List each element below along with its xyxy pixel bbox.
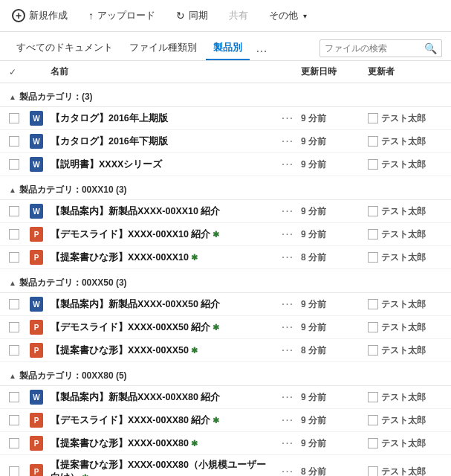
pin-icon: ✱ [191, 346, 198, 355]
doc-more-button[interactable]: ··· [274, 135, 301, 148]
word-icon: W [30, 390, 43, 405]
doc-more-button[interactable]: ··· [274, 158, 301, 171]
doc-more-button[interactable]: ··· [274, 414, 301, 427]
category-label: 製品カテゴリ：00XX50 (3) [19, 277, 127, 289]
row-check[interactable] [9, 466, 30, 476]
tab-all[interactable]: すべてのドキュメント [9, 36, 120, 60]
doc-more-button[interactable]: ··· [274, 228, 301, 241]
category-header-cat3[interactable]: ▲製品カテゴリ：00XX50 (3) [0, 271, 451, 293]
row-check[interactable] [9, 229, 30, 239]
doc-user: テスト太郎 [368, 205, 442, 218]
more-button[interactable]: その他 ▾ [266, 6, 310, 25]
row-check[interactable] [9, 159, 30, 170]
doc-more-button[interactable]: ··· [274, 321, 301, 334]
table-row[interactable]: P 【デモスライド】XXXX-00XX80 紹介✱ ··· 9 分前 テスト太郎 [0, 409, 451, 432]
table-row[interactable]: W 【説明書】XXXXシリーズ ··· 9 分前 テスト太郎 [0, 153, 451, 176]
ppt-icon: P [30, 343, 43, 358]
tab-product[interactable]: 製品別 [206, 36, 250, 60]
nav-more-button[interactable]: … [251, 37, 272, 60]
row-check[interactable] [9, 252, 30, 263]
checkbox[interactable] [9, 345, 19, 356]
table-header: ✓ 名前 更新日時 更新者 [0, 61, 451, 83]
doc-name: 【製品案内】新製品XXXX-00XX80 紹介 [51, 391, 274, 404]
share-button[interactable]: 共有 [226, 6, 251, 25]
doc-date: 8 分前 [301, 466, 368, 477]
doc-date: 9 分前 [301, 205, 368, 218]
row-check[interactable] [9, 299, 30, 309]
checkbox[interactable] [9, 252, 19, 263]
row-check[interactable] [9, 322, 30, 332]
upload-icon: ↑ [88, 10, 94, 22]
row-check[interactable] [9, 392, 30, 402]
doc-more-button[interactable]: ··· [274, 344, 301, 357]
row-check[interactable] [9, 438, 30, 448]
table-row[interactable]: P 【提案書ひな形】XXXX-00XX50✱ ··· 8 分前 テスト太郎 [0, 339, 451, 362]
table-row[interactable]: P 【デモスライド】XXXX-00XX50 紹介✱ ··· 9 分前 テスト太郎 [0, 316, 451, 339]
pin-icon: ✱ [191, 253, 198, 262]
table-row[interactable]: W 【製品案内】新製品XXXX-00XX80 紹介 ··· 9 分前 テスト太郎 [0, 386, 451, 409]
checkbox[interactable] [9, 438, 19, 448]
user-checkbox-icon [368, 322, 378, 332]
doc-more-button[interactable]: ··· [274, 437, 301, 450]
checkbox[interactable] [9, 299, 19, 309]
user-checkbox-icon [368, 415, 378, 425]
doc-more-button[interactable]: ··· [274, 205, 301, 218]
checkbox[interactable] [9, 229, 19, 239]
user-checkbox-icon [368, 206, 378, 216]
checkbox[interactable] [9, 136, 19, 147]
table-row[interactable]: P 【デモスライド】XXXX-00XX10 紹介✱ ··· 9 分前 テスト太郎 [0, 223, 451, 246]
checkbox[interactable] [9, 322, 19, 332]
doc-more-button[interactable]: ··· [274, 298, 301, 311]
doc-name: 【提案書ひな形】XXXX-00XX80✱ [51, 437, 274, 450]
new-button[interactable]: + 新規作成 [9, 6, 71, 25]
header-user[interactable]: 更新者 [368, 65, 442, 78]
doc-more-button[interactable]: ··· [274, 390, 301, 404]
table-row[interactable]: W 【カタログ】2016年上期版 ··· 9 分前 テスト太郎 [0, 107, 451, 130]
doc-date: 9 分前 [301, 391, 368, 404]
checkbox[interactable] [9, 415, 19, 425]
user-checkbox-icon [368, 299, 378, 309]
tab-filetype[interactable]: ファイル種類別 [122, 36, 204, 60]
row-check[interactable] [9, 345, 30, 356]
category-header-cat1[interactable]: ▲製品カテゴリ：(3) [0, 85, 451, 107]
doc-more-button[interactable]: ··· [274, 251, 301, 264]
table-row[interactable]: P 【提案書ひな形】XXXX-00XX80（小規模ユーザー向け）✱ ··· 8 … [0, 455, 451, 476]
row-check[interactable] [9, 415, 30, 425]
header-date[interactable]: 更新日時 [301, 65, 368, 78]
search-input[interactable] [325, 43, 421, 54]
user-name: テスト太郎 [381, 344, 426, 357]
row-check[interactable] [9, 113, 30, 123]
table-row[interactable]: P 【提案書ひな形】XXXX-00XX80✱ ··· 9 分前 テスト太郎 [0, 432, 451, 455]
category-header-cat4[interactable]: ▲製品カテゴリ：00XX80 (5) [0, 364, 451, 386]
user-checkbox-icon [368, 345, 378, 356]
table-row[interactable]: W 【製品案内】新製品XXXX-00XX10 紹介 ··· 9 分前 テスト太郎 [0, 200, 451, 223]
category-arrow-icon: ▲ [9, 93, 16, 101]
checkbox[interactable] [9, 392, 19, 402]
table-row[interactable]: P 【提案書ひな形】XXXX-00XX10✱ ··· 8 分前 テスト太郎 [0, 246, 451, 269]
check-icon: ✓ [9, 67, 16, 77]
checkbox[interactable] [9, 466, 19, 476]
checkbox[interactable] [9, 159, 19, 170]
checkbox[interactable] [9, 113, 19, 123]
table-row[interactable]: W 【製品案内】新製品XXXX-00XX50 紹介 ··· 9 分前 テスト太郎 [0, 293, 451, 316]
doc-more-button[interactable]: ··· [274, 112, 301, 125]
upload-button[interactable]: ↑ アップロード [85, 6, 158, 25]
sync-button[interactable]: ↻ 同期 [173, 6, 211, 25]
doc-more-button[interactable]: ··· [274, 465, 301, 476]
category-header-cat2[interactable]: ▲製品カテゴリ：00XX10 (3) [0, 178, 451, 200]
doc-type-icon: P [30, 413, 51, 428]
doc-user: テスト太郎 [368, 414, 442, 427]
sync-icon: ↻ [176, 10, 185, 22]
doc-user: テスト太郎 [368, 391, 442, 404]
row-check[interactable] [9, 206, 30, 216]
row-check[interactable] [9, 136, 30, 147]
user-name: テスト太郎 [381, 321, 426, 334]
doc-date: 9 分前 [301, 437, 368, 450]
doc-user: テスト太郎 [368, 158, 442, 171]
user-checkbox-icon [368, 438, 378, 448]
checkbox[interactable] [9, 206, 19, 216]
new-label: 新規作成 [29, 9, 68, 22]
header-name[interactable]: 名前 [51, 65, 274, 78]
table-row[interactable]: W 【カタログ】2016年下期版 ··· 9 分前 テスト太郎 [0, 130, 451, 153]
doc-name: 【提案書ひな形】XXXX-00XX50✱ [51, 344, 274, 357]
